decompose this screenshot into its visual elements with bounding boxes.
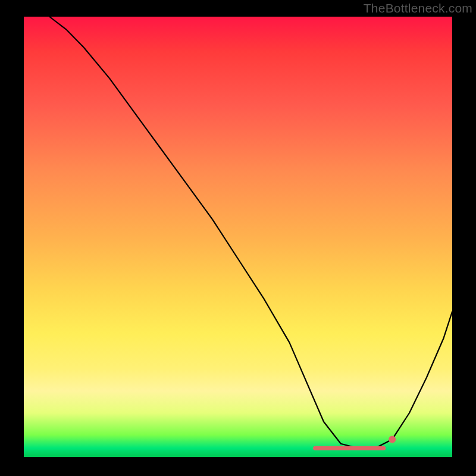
watermark-text: TheBottleneck.com (364, 1, 472, 15)
plot-area (24, 17, 452, 457)
marker-dot (389, 436, 396, 443)
chart-frame: TheBottleneck.com (0, 0, 476, 476)
curve-svg (24, 17, 452, 457)
bottleneck-curve (49, 17, 452, 448)
